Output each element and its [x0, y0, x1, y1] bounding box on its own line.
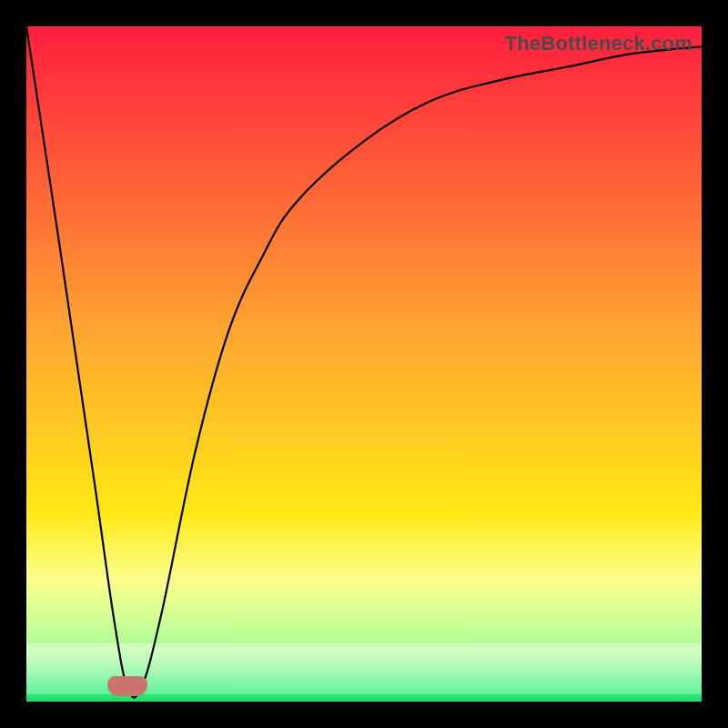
minimum-marker	[107, 676, 147, 696]
curve-svg	[26, 26, 702, 702]
watermark-text: TheBottleneck.com	[505, 32, 693, 56]
curve-path	[26, 26, 702, 698]
plot-area: TheBottleneck.com	[26, 26, 702, 702]
chart-frame: TheBottleneck.com	[0, 0, 728, 728]
